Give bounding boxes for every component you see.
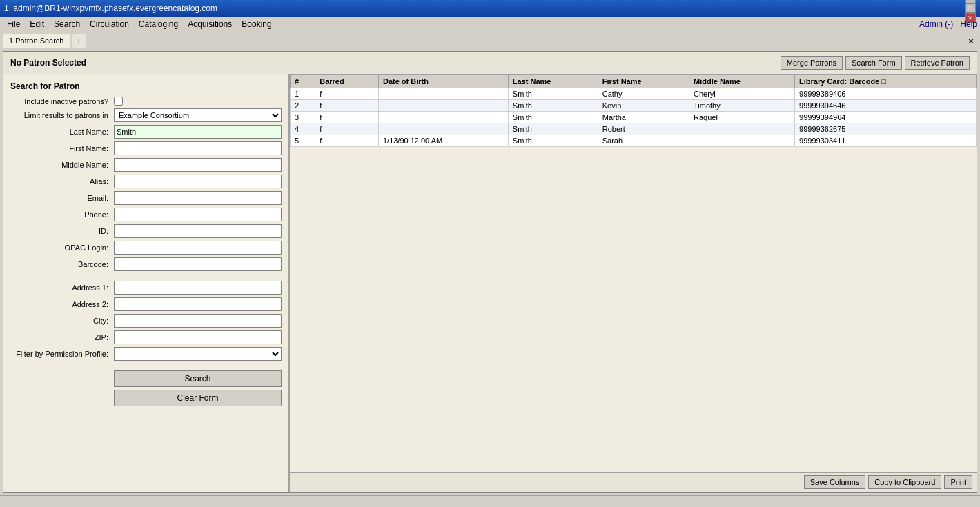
tab-close-button[interactable]: ✕	[965, 35, 977, 48]
maximize-button[interactable]: □	[965, 3, 976, 13]
limit-results-select[interactable]: Example Consortium	[114, 108, 282, 122]
table-row[interactable]: 5f1/13/90 12:00 AMSmithSarah99999303411	[291, 135, 977, 147]
include-inactive-row: Include inactive patrons?	[10, 97, 282, 106]
merge-patrons-button[interactable]: Merge Patrons	[781, 56, 843, 70]
menu-cataloging[interactable]: Cataloging	[135, 18, 182, 30]
email-row: Email:	[10, 191, 282, 205]
middle-name-input[interactable]	[114, 158, 282, 172]
address1-input[interactable]	[114, 281, 282, 295]
title-bar: 1: admin@BR1-winxpvmfx.phasefx.evergreen…	[0, 0, 980, 17]
clear-form-button[interactable]: Clear Form	[114, 390, 282, 406]
barcode-label: Barcode:	[10, 260, 114, 268]
table-cell: Sarah	[598, 135, 689, 147]
table-row[interactable]: 3fSmithMarthaRaquel99999394964	[291, 112, 977, 123]
tab-patron-search[interactable]: 1 Patron Search	[3, 34, 70, 48]
first-name-input[interactable]	[114, 141, 282, 155]
middle-name-row: Middle Name:	[10, 158, 282, 172]
table-cell	[378, 88, 508, 100]
alias-input[interactable]	[114, 175, 282, 188]
retrieve-patron-button[interactable]: Retrieve Patron	[905, 56, 970, 70]
search-form-title: Search for Patron	[10, 81, 282, 91]
menu-edit[interactable]: Edit	[26, 18, 48, 30]
table-cell	[378, 100, 508, 112]
table-cell: 3	[291, 112, 315, 123]
table-cell: 99999389406	[795, 88, 977, 100]
table-header-row: # Barred Date of Birth Last Name First N…	[291, 75, 977, 88]
header-buttons: Merge Patrons Search Form Retrieve Patro…	[781, 56, 970, 70]
zip-row: ZIP:	[10, 330, 282, 344]
menu-acquisitions[interactable]: Acquisitions	[184, 18, 236, 30]
table-cell: 4	[291, 123, 315, 135]
table-cell: Kevin	[598, 100, 689, 112]
table-cell: 99999394646	[795, 100, 977, 112]
table-row[interactable]: 4fSmithRobert99999362675	[291, 123, 977, 135]
filter-label: Filter by Permission Profile:	[10, 350, 114, 358]
print-button[interactable]: Print	[944, 475, 972, 489]
menu-file[interactable]: File	[3, 18, 24, 30]
table-cell	[378, 123, 508, 135]
opac-login-label: OPAC Login:	[10, 243, 114, 252]
filter-select[interactable]	[114, 347, 282, 361]
col-num: #	[291, 75, 315, 88]
address1-label: Address 1:	[10, 284, 114, 292]
email-input[interactable]	[114, 191, 282, 205]
results-panel: # Barred Date of Birth Last Name First N…	[290, 74, 977, 492]
address2-label: Address 2:	[10, 300, 114, 308]
include-inactive-checkbox[interactable]	[114, 97, 123, 106]
alias-label: Alias:	[10, 177, 114, 186]
table-cell: 99999394964	[795, 112, 977, 123]
menu-search[interactable]: Search	[50, 18, 84, 30]
table-row[interactable]: 1fSmithCathyCheryl99999389406	[291, 88, 977, 100]
table-cell: f	[315, 135, 379, 147]
barcode-input[interactable]	[114, 257, 282, 271]
body-split: Search for Patron Include inactive patro…	[3, 74, 977, 492]
col-middle-name: Middle Name	[689, 75, 795, 88]
phone-input[interactable]	[114, 208, 282, 221]
address2-row: Address 2:	[10, 297, 282, 311]
menu-booking[interactable]: Booking	[237, 18, 275, 30]
table-cell: 1/13/90 12:00 AM	[378, 135, 508, 147]
menu-circulation[interactable]: Circulation	[86, 18, 133, 30]
header-row: No Patron Selected Merge Patrons Search …	[3, 52, 977, 74]
search-form-button[interactable]: Search Form	[845, 56, 902, 70]
last-name-input[interactable]	[114, 125, 282, 139]
opac-login-input[interactable]	[114, 241, 282, 255]
include-inactive-label: Include inactive patrons?	[10, 97, 114, 106]
table-row[interactable]: 2fSmithKevinTimothy99999394646	[291, 100, 977, 112]
address2-input[interactable]	[114, 297, 282, 311]
address1-row: Address 1:	[10, 281, 282, 295]
table-cell: Cathy	[598, 88, 689, 100]
results-footer: Save Columns Copy to Clipboard Print	[290, 472, 977, 492]
last-name-label: Last Name:	[10, 128, 114, 136]
tab-add-button[interactable]: +	[72, 34, 87, 48]
city-input[interactable]	[114, 314, 282, 328]
table-cell: Raquel	[689, 112, 795, 123]
menu-bar: File Edit Search Circulation Cataloging …	[0, 17, 980, 32]
table-cell: 1	[291, 88, 315, 100]
table-cell: 99999303411	[795, 135, 977, 147]
table-cell	[689, 123, 795, 135]
search-button[interactable]: Search	[114, 370, 282, 387]
col-barcode: Library Card: Barcode □	[795, 75, 977, 88]
table-cell: 5	[291, 135, 315, 147]
table-cell: Smith	[508, 135, 598, 147]
id-input[interactable]	[114, 224, 282, 238]
middle-name-label: Middle Name:	[10, 161, 114, 169]
copy-clipboard-button[interactable]: Copy to Clipboard	[868, 475, 941, 489]
table-cell: f	[315, 123, 379, 135]
zip-input[interactable]	[114, 330, 282, 344]
results-table: # Barred Date of Birth Last Name First N…	[290, 74, 977, 147]
last-name-row: Last Name:	[10, 125, 282, 139]
save-columns-button[interactable]: Save Columns	[804, 475, 866, 489]
first-name-row: First Name:	[10, 141, 282, 155]
id-row: ID:	[10, 224, 282, 238]
city-label: City:	[10, 317, 114, 325]
admin-link[interactable]: Admin (-)	[919, 19, 953, 29]
email-label: Email:	[10, 194, 114, 202]
table-cell: Robert	[598, 123, 689, 135]
patron-status: No Patron Selected	[10, 58, 86, 68]
status-bar	[0, 495, 980, 507]
col-barred: Barred	[315, 75, 379, 88]
help-link[interactable]: Help	[960, 19, 977, 29]
alias-row: Alias:	[10, 175, 282, 188]
